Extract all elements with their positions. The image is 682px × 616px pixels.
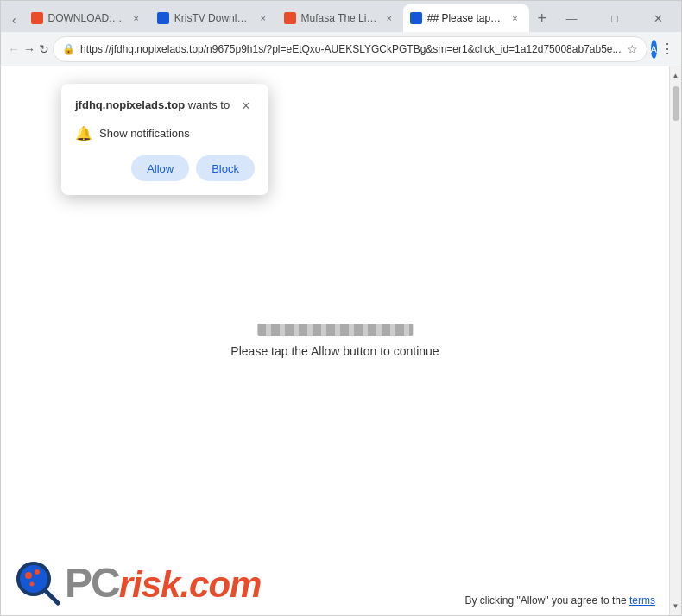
bell-icon: 🔔 (75, 125, 92, 141)
tab-2[interactable]: KrisTV Download Pa... × (150, 4, 277, 32)
scrollbar-down-arrow[interactable]: ▼ (670, 599, 682, 613)
lock-icon: 🔒 (62, 43, 75, 55)
popup-title-suffix: wants to (185, 98, 230, 111)
logo-area: PC risk.com (15, 560, 261, 607)
popup-domain: jfdhq.nopixelads.top (75, 98, 185, 111)
tab-3-title: Mufasa The Lion Kin... (301, 12, 377, 24)
popup-buttons: Allow Block (75, 155, 255, 181)
page-instruction: Please tap the Allow button to continue (230, 344, 439, 358)
svg-point-4 (30, 582, 35, 587)
svg-line-5 (46, 591, 58, 603)
tabs-bar: ‹ DOWNLOAD: Mufas... × KrisTV Download P… (1, 1, 681, 32)
footer-terms: By clicking "Allow" you agree to the ter… (464, 594, 655, 607)
popup-notification-text: Show notifications (99, 127, 190, 140)
back-button[interactable]: ← (8, 37, 20, 61)
page-center: Please tap the Allow button to continue (230, 324, 439, 358)
tab-2-favicon (157, 12, 169, 24)
tab-3[interactable]: Mufasa The Lion Kin... × (277, 4, 403, 32)
tab-1-favicon (31, 12, 43, 24)
address-bar: ← → ↻ 🔒 https://jfdhq.nopixelads.top/n96… (1, 32, 681, 66)
tab-4-favicon (410, 12, 422, 24)
popup-close-button[interactable]: × (237, 97, 255, 115)
forward-button[interactable]: → (23, 37, 35, 61)
page-footer: PC risk.com By clicking "Allow" you agre… (1, 551, 669, 615)
svg-point-3 (35, 569, 40, 575)
footer-terms-link[interactable]: terms (629, 594, 655, 607)
tab-1[interactable]: DOWNLOAD: Mufas... × (24, 4, 150, 32)
pcrisk-text: PC risk.com (65, 563, 261, 604)
window-controls: — □ ✕ (552, 4, 678, 32)
tab-4[interactable]: ## Please tap the All... × (403, 4, 529, 32)
allow-button[interactable]: Allow (131, 155, 189, 181)
pcrisk-logo-icon (15, 560, 61, 607)
svg-point-1 (20, 565, 47, 593)
risk-text: risk.com (119, 567, 262, 603)
scrollbar[interactable]: ▲ ▼ (669, 66, 681, 615)
scrollbar-thumb[interactable] (673, 86, 679, 121)
restore-button[interactable]: □ (595, 4, 635, 32)
svg-point-2 (25, 572, 32, 579)
tab-4-title: ## Please tap the All... (427, 12, 503, 24)
footer-terms-prefix: By clicking "Allow" you agree to the (464, 594, 629, 607)
popup-notification-row: 🔔 Show notifications (75, 125, 255, 141)
tab-back-btn[interactable]: ‹ (4, 8, 24, 32)
progress-bar (257, 324, 413, 336)
tab-1-title: DOWNLOAD: Mufas... (48, 12, 124, 24)
minimize-button[interactable]: — (552, 4, 591, 32)
bookmark-icon[interactable]: ☆ (627, 42, 638, 56)
browser-window: ‹ DOWNLOAD: Mufas... × KrisTV Download P… (0, 0, 682, 616)
url-text: https://jfdhq.nopixelads.top/n9675p9h1s/… (80, 43, 622, 55)
scrollbar-up-arrow[interactable]: ▲ (670, 68, 682, 83)
browser-body: jfdhq.nopixelads.top wants to × 🔔 Show n… (1, 66, 681, 615)
notification-popup: jfdhq.nopixelads.top wants to × 🔔 Show n… (61, 84, 268, 195)
profile-avatar[interactable]: A (651, 40, 657, 59)
page-content: jfdhq.nopixelads.top wants to × 🔔 Show n… (1, 66, 669, 615)
url-bar[interactable]: 🔒 https://jfdhq.nopixelads.top/n9675p9h1… (53, 36, 647, 62)
new-tab-button[interactable]: + (533, 6, 553, 30)
tab-3-close[interactable]: × (382, 11, 396, 25)
tab-3-favicon (284, 12, 296, 24)
reload-button[interactable]: ↻ (39, 37, 49, 61)
menu-button[interactable]: ⋮ (660, 37, 674, 61)
tab-1-close[interactable]: × (129, 11, 143, 25)
tab-2-title: KrisTV Download Pa... (174, 12, 251, 24)
pc-text: PC (65, 563, 119, 604)
tab-2-close[interactable]: × (256, 11, 270, 25)
close-button[interactable]: ✕ (638, 4, 678, 32)
popup-title: jfdhq.nopixelads.top wants to (75, 97, 230, 113)
popup-header: jfdhq.nopixelads.top wants to × (75, 97, 255, 115)
tab-4-close[interactable]: × (508, 11, 522, 25)
block-button[interactable]: Block (196, 155, 255, 181)
